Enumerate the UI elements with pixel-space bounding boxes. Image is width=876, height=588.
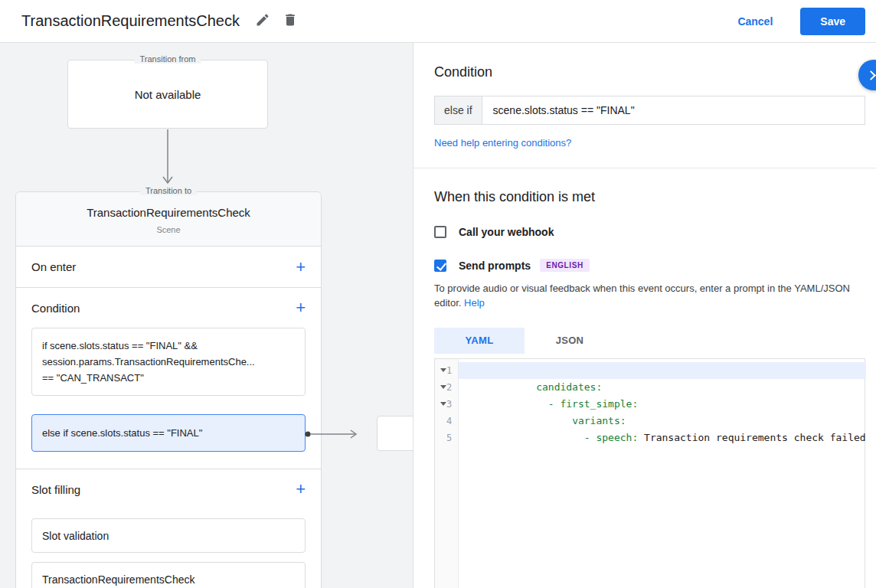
transition-from-value: Not available [135, 88, 201, 101]
scene-name: TransactionRequirementsCheck [16, 206, 321, 219]
line-number: 2 [446, 382, 452, 393]
save-button[interactable]: Save [800, 8, 865, 35]
slot-filling-section: Slot filling + Slot validation Transacti… [16, 469, 321, 588]
transition-from-node[interactable]: Transition from Not available [67, 60, 268, 129]
condition-section-label: Condition [31, 302, 80, 315]
gutter-row: 5 [435, 430, 458, 446]
editor-gutter: 1 2 3 4 5 [435, 359, 459, 588]
yaml-value: Transaction requirements check failed [638, 432, 865, 443]
edit-title-button[interactable] [249, 8, 276, 35]
header-bar: TransactionRequirementsCheck Cancel Save [0, 0, 876, 43]
yaml-key: candidates: [536, 381, 602, 393]
condition-value-input[interactable]: scene.slots.status == "FINAL" [482, 96, 865, 125]
webhook-checkbox[interactable] [434, 226, 446, 238]
pencil-icon [255, 12, 270, 30]
slot-filling-head: Slot filling + [31, 469, 306, 509]
gutter-row: 4 [435, 413, 458, 430]
description-text: To provide audio or visual feedback when… [434, 283, 850, 309]
main-content: Transition from Not available Transition… [0, 43, 876, 588]
condition-detail-panel: Condition else if scene.slots.status == … [413, 43, 876, 588]
yaml-indent [536, 415, 572, 426]
line-number: 1 [446, 365, 452, 376]
gutter-row: 1 [435, 362, 458, 379]
condition-prefix-label: else if [434, 96, 482, 125]
yaml-indent [536, 432, 584, 443]
yaml-key: - first_simple: [548, 398, 638, 410]
webhook-label: Call your webhook [459, 226, 554, 238]
delete-scene-button[interactable] [276, 8, 304, 35]
condition-line: session.params.TransactionRequirementsCh… [42, 354, 295, 370]
slot-item[interactable]: TransactionRequirementsCheck [31, 562, 306, 588]
slot-item-label: Slot validation [42, 530, 109, 542]
help-link[interactable]: Help [464, 297, 485, 309]
line-number: 5 [446, 433, 452, 443]
add-slot-icon[interactable]: + [296, 481, 306, 498]
send-prompts-label: Send prompts [459, 260, 531, 272]
cancel-button[interactable]: Cancel [733, 15, 777, 28]
language-badge: ENGLISH [540, 259, 590, 272]
panel-title: Condition [434, 64, 865, 80]
condition-line: == "CAN_TRANSACT" [42, 370, 295, 386]
line-number: 3 [446, 399, 452, 410]
panel-divider [413, 168, 876, 168]
yaml-editor[interactable]: 1 2 3 4 5 [434, 358, 865, 588]
editor-code-area[interactable]: candidates: - first_simple: variants: - … [459, 359, 865, 588]
tab-yaml[interactable]: YAML [434, 328, 525, 354]
tab-json[interactable]: JSON [525, 328, 615, 354]
condition-item-selected[interactable]: else if scene.slots.status == "FINAL" [31, 414, 306, 452]
when-condition-met-heading: When this condition is met [434, 189, 865, 205]
scene-card-header[interactable]: TransactionRequirementsCheck Scene [16, 192, 321, 247]
condition-section-head: Condition + [31, 288, 306, 328]
trash-icon [283, 12, 298, 30]
scene-card: Transition to TransactionRequirementsChe… [15, 191, 322, 588]
transition-from-label: Transition from [135, 54, 201, 64]
condition-item-first[interactable]: if scene.slots.status == "FINAL" && sess… [31, 328, 306, 396]
prompts-description: To provide audio or visual feedback when… [434, 282, 863, 311]
header-actions: Cancel Save [733, 8, 865, 35]
condition-selected-text: else if scene.slots.status == "FINAL" [42, 427, 202, 439]
webhook-row: Call your webhook [434, 226, 865, 238]
flow-arrow-down-icon [162, 129, 173, 192]
chevron-right-icon [866, 70, 876, 80]
transition-to-label: Transition to [140, 186, 197, 195]
slot-item-label: TransactionRequirementsCheck [42, 573, 194, 586]
linked-scene-node[interactable] [377, 416, 413, 451]
condition-line: if scene.slots.status == "FINAL" && [42, 338, 295, 354]
yaml-key: variants: [572, 415, 626, 426]
add-condition-icon[interactable]: + [296, 299, 306, 316]
line-number: 4 [446, 416, 452, 426]
flow-canvas[interactable]: Transition from Not available Transition… [0, 43, 413, 588]
gutter-row: 3 [435, 396, 458, 413]
yaml-key: - speech: [584, 432, 638, 443]
scene-type: Scene [16, 225, 321, 234]
scene-editor-app: TransactionRequirementsCheck Cancel Save… [0, 0, 876, 588]
condition-section: Condition + if scene.slots.status == "FI… [16, 288, 321, 469]
code-line[interactable]: candidates: [459, 362, 865, 379]
slot-filling-label: Slot filling [31, 483, 80, 496]
on-enter-row[interactable]: On enter + [16, 247, 321, 288]
fold-arrow-icon[interactable] [440, 385, 446, 389]
fold-arrow-icon[interactable] [440, 368, 446, 372]
condition-editor-row: else if scene.slots.status == "FINAL" [434, 96, 865, 125]
conditions-help-link[interactable]: Need help entering conditions? [434, 137, 571, 149]
send-prompts-checkbox[interactable] [434, 260, 446, 272]
gutter-row: 2 [435, 379, 458, 396]
connector-arrow-icon [305, 428, 364, 439]
add-on-enter-icon[interactable]: + [296, 259, 306, 276]
yaml-indent [536, 398, 548, 410]
send-prompts-row: Send prompts ENGLISH [434, 259, 865, 272]
fold-arrow-icon[interactable] [440, 402, 446, 406]
editor-tabs: YAML JSON [434, 328, 865, 354]
on-enter-label: On enter [31, 260, 76, 273]
slot-item[interactable]: Slot validation [31, 518, 306, 553]
page-title: TransactionRequirementsCheck [21, 12, 240, 30]
